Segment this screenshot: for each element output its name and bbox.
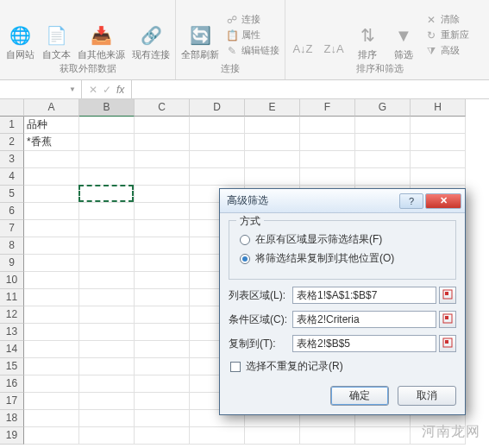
cell[interactable] xyxy=(190,427,245,445)
cell[interactable] xyxy=(355,168,411,186)
row-header[interactable]: 18 xyxy=(0,410,24,427)
list-range-picker[interactable] xyxy=(439,287,456,304)
cell[interactable] xyxy=(79,306,135,324)
dialog-titlebar[interactable]: 高级筛选 ? ✕ xyxy=(220,189,465,213)
ok-button[interactable]: 确定 xyxy=(330,386,389,406)
cell[interactable] xyxy=(24,410,79,427)
col-header[interactable]: D xyxy=(190,99,245,117)
cell[interactable] xyxy=(24,237,79,255)
help-button[interactable]: ? xyxy=(399,193,423,209)
row-header[interactable]: 8 xyxy=(0,237,24,255)
fx-icon[interactable]: fx xyxy=(116,84,124,96)
cell[interactable] xyxy=(135,393,190,410)
cell[interactable] xyxy=(79,272,135,289)
connections-button[interactable]: ☍连接 xyxy=(226,13,279,26)
radio-copy-to[interactable]: 将筛选结果复制到其他位置(O) xyxy=(240,251,445,266)
cell[interactable] xyxy=(135,168,190,186)
cell[interactable] xyxy=(411,168,466,186)
col-header[interactable]: E xyxy=(245,99,300,117)
cell[interactable] xyxy=(79,168,135,186)
from-web-button[interactable]: 🌐自网站 xyxy=(5,20,34,60)
cell[interactable] xyxy=(79,324,135,341)
cell[interactable] xyxy=(245,151,300,168)
sort-desc-button[interactable]: Z↓A xyxy=(322,33,346,60)
cell[interactable] xyxy=(190,117,245,134)
cell[interactable] xyxy=(135,410,190,427)
row-header[interactable]: 2 xyxy=(0,134,24,151)
cell[interactable] xyxy=(135,289,190,306)
cell[interactable] xyxy=(135,134,190,151)
from-text-button[interactable]: 📄自文本 xyxy=(41,20,71,60)
cell[interactable] xyxy=(135,306,190,324)
cell[interactable] xyxy=(24,203,79,220)
cell[interactable] xyxy=(79,134,135,151)
advanced-filter-button[interactable]: ⧩高级 xyxy=(425,44,469,57)
cell[interactable] xyxy=(24,220,79,237)
cell[interactable] xyxy=(135,237,190,255)
sort-asc-button[interactable]: A↓Z xyxy=(291,33,315,60)
cell[interactable] xyxy=(135,272,190,289)
cell[interactable]: 品种 xyxy=(24,117,79,134)
row-header[interactable]: 1 xyxy=(0,117,24,134)
cell[interactable] xyxy=(24,341,79,358)
col-header[interactable]: A xyxy=(24,99,79,117)
col-header[interactable]: F xyxy=(300,99,355,117)
cell[interactable] xyxy=(79,237,135,255)
select-all-corner[interactable] xyxy=(0,99,24,117)
cell[interactable] xyxy=(79,203,135,220)
cell[interactable] xyxy=(135,375,190,393)
copy-to-input[interactable] xyxy=(292,335,436,352)
criteria-range-picker[interactable] xyxy=(439,311,456,328)
cell[interactable] xyxy=(355,427,411,445)
cell[interactable] xyxy=(190,134,245,151)
cell[interactable] xyxy=(135,358,190,375)
cell[interactable] xyxy=(300,151,355,168)
cell[interactable] xyxy=(135,324,190,341)
cell[interactable] xyxy=(79,151,135,168)
cell[interactable] xyxy=(135,341,190,358)
cell[interactable] xyxy=(355,134,411,151)
row-header[interactable]: 12 xyxy=(0,306,24,324)
cell[interactable] xyxy=(79,186,135,203)
cell[interactable] xyxy=(79,220,135,237)
row-header[interactable]: 19 xyxy=(0,427,24,445)
cell[interactable] xyxy=(79,289,135,306)
cell[interactable]: *香蕉 xyxy=(24,134,79,151)
criteria-range-input[interactable] xyxy=(292,311,436,328)
cell[interactable] xyxy=(79,117,135,134)
copy-to-picker[interactable] xyxy=(439,335,456,352)
cell[interactable] xyxy=(411,151,466,168)
cell[interactable] xyxy=(411,134,466,151)
cell[interactable] xyxy=(300,134,355,151)
clear-filter-button[interactable]: ✕清除 xyxy=(425,13,469,26)
cell[interactable] xyxy=(79,341,135,358)
row-header[interactable]: 9 xyxy=(0,255,24,272)
cell[interactable] xyxy=(190,168,245,186)
col-header[interactable]: C xyxy=(135,99,190,117)
cell[interactable] xyxy=(24,375,79,393)
cell[interactable] xyxy=(411,117,466,134)
cell[interactable] xyxy=(300,427,355,445)
cell[interactable] xyxy=(24,151,79,168)
cell[interactable] xyxy=(24,168,79,186)
cell[interactable] xyxy=(79,427,135,445)
cell[interactable] xyxy=(355,151,411,168)
cell[interactable] xyxy=(135,186,190,203)
cell[interactable] xyxy=(24,358,79,375)
radio-filter-inplace[interactable]: 在原有区域显示筛选结果(F) xyxy=(240,232,445,247)
row-header[interactable]: 5 xyxy=(0,186,24,203)
col-header[interactable]: G xyxy=(355,99,411,117)
unique-records-checkbox[interactable]: 选择不重复的记录(R) xyxy=(230,359,455,374)
row-header[interactable]: 10 xyxy=(0,272,24,289)
cell[interactable] xyxy=(135,151,190,168)
cell[interactable] xyxy=(135,255,190,272)
row-header[interactable]: 13 xyxy=(0,324,24,341)
formula-input[interactable] xyxy=(132,80,489,98)
sort-button[interactable]: ⇅排序 xyxy=(353,20,382,60)
row-header[interactable]: 3 xyxy=(0,151,24,168)
cell[interactable] xyxy=(245,134,300,151)
cell[interactable] xyxy=(24,306,79,324)
cell[interactable] xyxy=(24,289,79,306)
cell[interactable] xyxy=(24,427,79,445)
col-header[interactable]: B xyxy=(79,99,135,117)
